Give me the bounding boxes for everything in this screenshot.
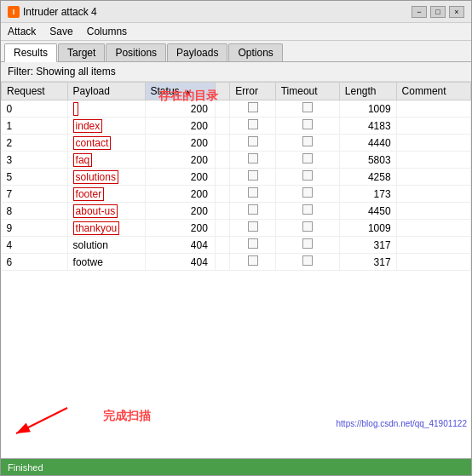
error-checkbox bbox=[248, 187, 258, 198]
cell-timeout bbox=[275, 220, 339, 237]
cell-status: 200 bbox=[145, 169, 215, 186]
table-row[interactable]: 2 contact 200 4440 bbox=[2, 135, 471, 152]
payload-highlight bbox=[73, 102, 78, 116]
results-table: Request Payload Status ▲ Error Timeout L… bbox=[1, 82, 471, 271]
cell-status: 200 bbox=[145, 220, 215, 237]
cell-payload: solutions bbox=[67, 169, 145, 186]
cell-length: 4450 bbox=[339, 203, 396, 220]
cell-comment bbox=[396, 152, 470, 169]
svg-line-1 bbox=[16, 408, 67, 433]
payload-highlight: contact bbox=[73, 136, 112, 150]
cell-spacer bbox=[215, 220, 229, 237]
cell-length: 4440 bbox=[339, 135, 396, 152]
cell-length: 173 bbox=[339, 186, 396, 203]
cell-comment bbox=[396, 186, 470, 203]
window-title: Intruder attack 4 bbox=[23, 6, 97, 18]
error-checkbox bbox=[248, 238, 258, 249]
cell-payload: faq bbox=[67, 152, 145, 169]
col-request[interactable]: Request bbox=[2, 83, 68, 100]
cell-status: 200 bbox=[145, 203, 215, 220]
cell-comment bbox=[396, 100, 470, 118]
content-area[interactable]: 存在的目录 Request Payload Status ▲ Error Tim… bbox=[1, 82, 471, 458]
col-comment[interactable]: Comment bbox=[396, 83, 470, 100]
cell-request: 0 bbox=[2, 100, 68, 118]
cell-timeout bbox=[275, 169, 339, 186]
payload-highlight: faq bbox=[73, 153, 93, 167]
cell-error bbox=[230, 220, 275, 237]
cell-timeout bbox=[275, 118, 339, 135]
table-row[interactable]: 0 200 1009 bbox=[2, 100, 471, 118]
cell-length: 317 bbox=[339, 237, 396, 254]
annotation-bottom: 完成扫描 bbox=[103, 409, 151, 424]
col-payload[interactable]: Payload bbox=[67, 83, 145, 100]
table-row[interactable]: 8 about-us 200 4450 bbox=[2, 203, 471, 220]
tab-options[interactable]: Options bbox=[228, 43, 282, 61]
menu-bar: Attack Save Columns bbox=[1, 23, 471, 41]
table-row[interactable]: 6 footwe 404 317 bbox=[2, 254, 471, 271]
timeout-checkbox bbox=[302, 170, 313, 181]
cell-length: 1009 bbox=[339, 220, 396, 237]
menu-save[interactable]: Save bbox=[46, 25, 76, 38]
timeout-checkbox bbox=[302, 221, 313, 232]
app-icon: I bbox=[8, 6, 20, 18]
cell-request: 9 bbox=[2, 220, 68, 237]
error-checkbox bbox=[248, 204, 258, 215]
tab-positions[interactable]: Positions bbox=[106, 43, 166, 61]
error-checkbox bbox=[248, 136, 258, 146]
cell-spacer bbox=[215, 169, 229, 186]
table-row[interactable]: 3 faq 200 5803 bbox=[2, 152, 471, 169]
tab-target[interactable]: Target bbox=[58, 43, 105, 61]
annotation-top: 存在的目录 bbox=[158, 89, 218, 104]
cell-comment bbox=[396, 220, 470, 237]
tabs-bar: Results Target Positions Payloads Option… bbox=[1, 41, 471, 62]
tab-payloads[interactable]: Payloads bbox=[167, 43, 227, 61]
cell-request: 6 bbox=[2, 254, 68, 271]
cell-error bbox=[230, 169, 275, 186]
cell-request: 7 bbox=[2, 186, 68, 203]
minimize-button[interactable]: − bbox=[412, 6, 427, 18]
cell-comment bbox=[396, 237, 470, 254]
cell-spacer bbox=[215, 186, 229, 203]
cell-payload: contact bbox=[67, 135, 145, 152]
error-checkbox bbox=[248, 102, 258, 112]
cell-payload: footwe bbox=[67, 254, 145, 271]
table-row[interactable]: 9 thankyou 200 1009 bbox=[2, 220, 471, 237]
table-row[interactable]: 4 solution 404 317 bbox=[2, 237, 471, 254]
cell-spacer bbox=[215, 152, 229, 169]
menu-attack[interactable]: Attack bbox=[4, 25, 39, 38]
cell-spacer bbox=[215, 237, 229, 254]
timeout-checkbox bbox=[302, 136, 313, 146]
cell-request: 3 bbox=[2, 152, 68, 169]
cell-length: 5803 bbox=[339, 152, 396, 169]
cell-length: 4183 bbox=[339, 118, 396, 135]
cell-request: 2 bbox=[2, 135, 68, 152]
col-error[interactable]: Error bbox=[230, 83, 275, 100]
cell-timeout bbox=[275, 237, 339, 254]
cell-request: 4 bbox=[2, 237, 68, 254]
payload-highlight: footer bbox=[73, 187, 105, 201]
cell-error bbox=[230, 254, 275, 271]
cell-length: 4258 bbox=[339, 169, 396, 186]
cell-status: 200 bbox=[145, 135, 215, 152]
title-bar: I Intruder attack 4 − □ × bbox=[1, 1, 471, 23]
payload-highlight: about-us bbox=[73, 204, 118, 218]
cell-comment bbox=[396, 135, 470, 152]
cell-timeout bbox=[275, 203, 339, 220]
table-row[interactable]: 7 footer 200 173 bbox=[2, 186, 471, 203]
table-row[interactable]: 1 index 200 4183 bbox=[2, 118, 471, 135]
col-timeout[interactable]: Timeout bbox=[275, 83, 339, 100]
arrow-indicator bbox=[8, 404, 76, 438]
cell-error bbox=[230, 135, 275, 152]
cell-payload: solution bbox=[67, 237, 145, 254]
timeout-checkbox bbox=[302, 187, 313, 198]
tab-results[interactable]: Results bbox=[4, 43, 57, 62]
cell-error bbox=[230, 152, 275, 169]
menu-columns[interactable]: Columns bbox=[83, 25, 130, 38]
close-button[interactable]: × bbox=[449, 6, 464, 18]
table-row[interactable]: 5 solutions 200 4258 bbox=[2, 169, 471, 186]
col-length[interactable]: Length bbox=[339, 83, 396, 100]
cell-comment bbox=[396, 254, 470, 271]
window-controls: − □ × bbox=[412, 6, 464, 18]
cell-spacer bbox=[215, 254, 229, 271]
maximize-button[interactable]: □ bbox=[430, 6, 446, 18]
